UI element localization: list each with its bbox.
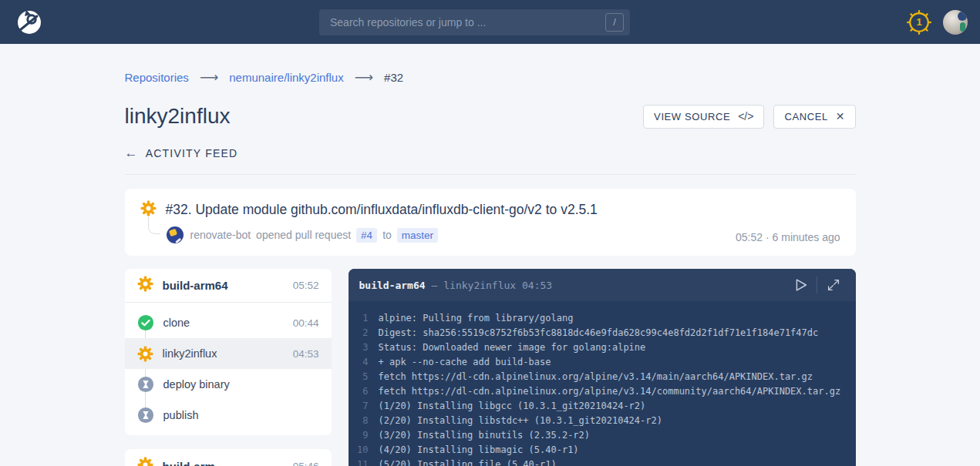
pipeline-step-publish[interactable]: publish: [125, 400, 332, 431]
log-output: 1alpine: Pulling from library/golang2Dig…: [349, 301, 856, 466]
log-line: 9(3/20) Installing binutils (2.35.2-r2): [349, 428, 856, 443]
step-name: publish: [163, 409, 310, 421]
log-line-number: 11: [349, 458, 369, 466]
log-actions-divider: [817, 277, 817, 293]
divider: [125, 174, 856, 175]
to-label: to: [382, 229, 392, 241]
log-line-text: Digest: sha256:5519c8752f6b53fc8818dc46e…: [369, 326, 819, 340]
status-pending-hourglass-icon: [137, 407, 154, 424]
view-source-button[interactable]: VIEW SOURCE </>: [643, 105, 764, 129]
pipeline-card-build-arm: build-arm 05:46: [125, 449, 332, 466]
branch-chip[interactable]: master: [397, 228, 438, 243]
pipeline-card-build-arm64: build-arm64 05:52 clone00:44 l: [125, 269, 332, 435]
build-author: renovate-bot: [190, 229, 251, 241]
breadcrumb-repositories-link[interactable]: Repositories: [125, 71, 189, 84]
step-name: clone: [163, 317, 284, 329]
play-icon: [792, 277, 809, 293]
expand-logs-button[interactable]: [822, 275, 845, 295]
renovate-bot-avatar: [167, 226, 184, 243]
log-line-number: 1: [349, 311, 369, 326]
log-line-number: 10: [349, 443, 369, 458]
log-line: 4+ apk --no-cache add build-base: [349, 355, 856, 370]
log-line-text: + apk --no-cache add build-base: [369, 355, 551, 370]
woodpecker-logo-icon[interactable]: [15, 8, 43, 36]
breadcrumb: Repositories ⟶ nemunaire/linky2influx ⟶ …: [125, 69, 856, 85]
follow-logs-button[interactable]: [789, 275, 812, 295]
step-duration: 04:53: [293, 348, 319, 360]
pipeline-step-linky2influx[interactable]: linky2influx04:53: [125, 338, 332, 369]
log-line-text: fetch https://dl-cdn.alpinelinux.org/alp…: [369, 384, 841, 399]
pipeline-duration: 05:52: [293, 280, 319, 291]
pipeline-status-icon-slot: [137, 276, 153, 295]
status-running-gear-icon: [137, 346, 153, 362]
log-line-text: (1/20) Installing libgcc (10.3.1_git2021…: [369, 399, 646, 414]
log-line-text: Status: Downloaded newer image for golan…: [369, 340, 646, 355]
pipeline-step-clone[interactable]: clone00:44: [125, 307, 332, 338]
log-line: 8(2/20) Installing libstdc++ (10.3.1_git…: [349, 414, 856, 428]
log-line-number: 2: [349, 326, 369, 340]
log-line-number: 9: [349, 428, 369, 443]
log-line-number: 7: [349, 399, 369, 414]
log-line-text: fetch https://dl-cdn.alpinelinux.org/alp…: [369, 370, 813, 384]
log-line-text: alpine: Pulling from library/golang: [369, 311, 574, 326]
pull-request-chip[interactable]: #4: [356, 228, 377, 243]
log-line: 5fetch https://dl-cdn.alpinelinux.org/al…: [349, 370, 856, 384]
pipeline-header[interactable]: build-arm 05:46: [125, 449, 332, 466]
log-line: 2Digest: sha256:5519c8752f6b53fc8818dc46…: [349, 326, 856, 340]
status-success-check-icon: [137, 314, 154, 331]
build-card[interactable]: #32. Update module github.com/influxdata…: [125, 189, 856, 256]
log-step-info: – linky2influx 04:53: [432, 280, 553, 291]
log-line: 3Status: Downloaded newer image for gola…: [349, 340, 856, 355]
pipeline-sidebar: build-arm64 05:52 clone00:44 l: [125, 269, 332, 466]
log-line: 7(1/20) Installing libgcc (10.3.1_git202…: [349, 399, 856, 414]
log-line-number: 5: [349, 370, 369, 384]
log-line-number: 6: [349, 384, 369, 399]
log-line: 6fetch https://dl-cdn.alpinelinux.org/al…: [349, 384, 856, 399]
log-line-text: (2/20) Installing libstdc++ (10.3.1_git2…: [369, 414, 662, 428]
expand-icon: [827, 278, 840, 292]
running-builds-count: 1: [906, 9, 932, 35]
user-avatar[interactable]: [943, 10, 968, 35]
pipeline-duration: 05:46: [293, 461, 319, 466]
log-line-number: 3: [349, 340, 369, 355]
pipeline-steps-list: clone00:44 linky2influx04:53 deploy bina…: [125, 303, 332, 435]
step-name: deploy binary: [163, 378, 310, 391]
activity-feed-link[interactable]: ← ACTIVITY FEED: [125, 146, 238, 161]
log-line-text: (3/20) Installing binutils (2.35.2-r2): [369, 428, 591, 443]
breadcrumb-current-build: #32: [384, 71, 403, 84]
page-title: linky2influx: [125, 104, 231, 129]
code-icon: </>: [738, 110, 753, 122]
close-icon: ✕: [836, 110, 845, 122]
pipeline-step-deploy-binary[interactable]: deploy binary: [125, 369, 332, 400]
top-nav: / 1: [0, 0, 980, 44]
log-panel: build-arm64 – linky2influx 04:53: [349, 269, 856, 466]
log-line-number: 8: [349, 414, 369, 428]
build-event-text: opened pull request: [256, 229, 351, 241]
step-name: linky2influx: [163, 347, 284, 360]
main-content: Repositories ⟶ nemunaire/linky2influx ⟶ …: [125, 44, 856, 466]
pipeline-status-icon-slot: [137, 457, 153, 466]
log-line-text: (4/20) Installing libmagic (5.40-r1): [369, 443, 579, 458]
pipeline-name: build-arm: [163, 460, 284, 466]
log-line: 11(5/20) Installing file (5.40-r1): [349, 458, 856, 466]
log-line-number: 4: [349, 355, 369, 370]
log-pipeline-name: build-arm64: [359, 280, 426, 291]
search-box: /: [319, 9, 630, 35]
status-running-gear-icon: [137, 276, 153, 292]
running-builds-badge[interactable]: 1: [906, 9, 932, 35]
step-duration: 00:44: [293, 317, 319, 329]
breadcrumb-arrow-icon: ⟶: [355, 69, 373, 85]
status-pending-hourglass-icon: [137, 376, 154, 393]
search-input[interactable]: [330, 16, 605, 28]
pipeline-name: build-arm64: [163, 279, 284, 292]
cancel-button[interactable]: CANCEL ✕: [773, 105, 855, 129]
connector-elbow: [148, 217, 160, 234]
back-arrow-icon: ←: [125, 146, 139, 161]
breadcrumb-repo-link[interactable]: nemunaire/linky2influx: [229, 71, 343, 84]
status-running-gear-icon: [140, 200, 157, 216]
log-line: 1alpine: Pulling from library/golang: [349, 311, 856, 326]
breadcrumb-arrow-icon: ⟶: [200, 69, 218, 85]
status-running-gear-icon: [137, 457, 153, 466]
log-line: 10(4/20) Installing libmagic (5.40-r1): [349, 443, 856, 458]
pipeline-header[interactable]: build-arm64 05:52: [125, 269, 332, 303]
